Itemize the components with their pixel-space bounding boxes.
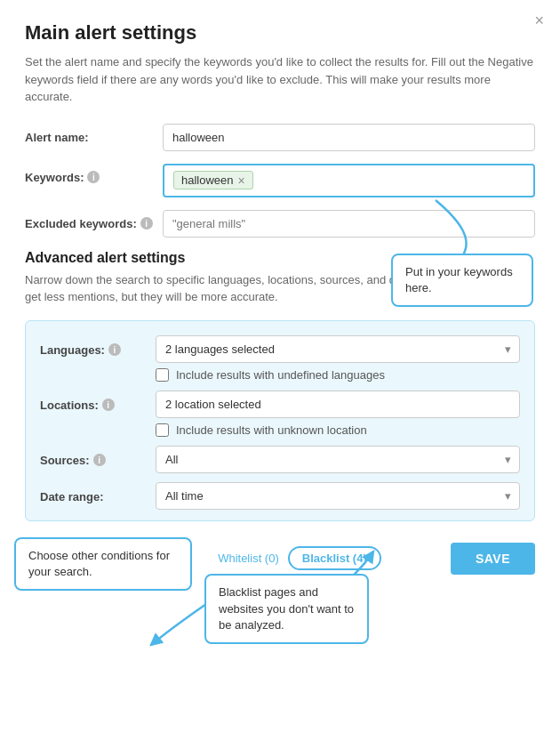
excluded-keywords-row: Excluded keywords: i xyxy=(25,210,535,238)
alert-name-label: Alert name: xyxy=(25,124,163,144)
keywords-label: Keywords: i xyxy=(25,164,163,184)
sources-row: Sources: i All xyxy=(40,446,520,473)
date-range-row: Date range: All time xyxy=(40,482,520,510)
save-button[interactable]: SAVE xyxy=(451,543,535,575)
modal-container: × Main alert settings Set the alert name… xyxy=(0,0,560,733)
keyword-tag-text: halloween xyxy=(181,173,234,187)
keywords-input-box[interactable]: halloween × xyxy=(163,164,535,197)
locations-controls: 2 location selected Include results with… xyxy=(156,391,520,437)
keyword-tag-halloween: halloween × xyxy=(173,171,253,189)
keywords-info-icon[interactable]: i xyxy=(87,171,100,183)
languages-select[interactable]: 2 languages selected xyxy=(156,335,520,363)
locations-info-icon[interactable]: i xyxy=(102,399,115,411)
sources-label: Sources: i xyxy=(40,446,156,467)
modal-description: Set the alert name and specify the keywo… xyxy=(25,53,535,106)
include-undefined-label: Include results with undefined languages xyxy=(176,368,385,382)
whitelist-blacklist-group: Whitelist (0) Blacklist (4) xyxy=(218,546,381,570)
alert-name-input[interactable] xyxy=(163,124,535,151)
advanced-settings-box: Languages: i 2 languages selected Includ… xyxy=(25,320,535,521)
location-display[interactable]: 2 location selected xyxy=(156,391,520,418)
locations-label: Locations: i xyxy=(40,391,156,412)
date-range-select-wrapper: All time xyxy=(156,482,520,510)
sources-info-icon[interactable]: i xyxy=(93,454,106,466)
sources-controls: All xyxy=(156,446,520,473)
languages-row: Languages: i 2 languages selected Includ… xyxy=(40,335,520,382)
sources-select-wrapper: All xyxy=(156,446,520,473)
alert-name-row: Alert name: xyxy=(25,124,535,151)
include-undefined-checkbox[interactable] xyxy=(156,368,169,382)
whitelist-link[interactable]: Whitelist (0) xyxy=(218,552,279,565)
include-unknown-row: Include results with unknown location xyxy=(156,423,520,437)
languages-select-wrapper: 2 languages selected xyxy=(156,335,520,363)
languages-label: Languages: i xyxy=(40,335,156,357)
tooltip-conditions: Choose other conditions for your search. xyxy=(14,537,192,591)
tooltip-keywords: Put in your keywords here. xyxy=(391,254,533,307)
include-unknown-checkbox[interactable] xyxy=(156,423,169,437)
excluded-keywords-input[interactable] xyxy=(163,210,535,238)
modal-title: Main alert settings xyxy=(25,21,535,44)
date-range-select[interactable]: All time xyxy=(156,482,520,510)
keyword-tag-remove-button[interactable]: × xyxy=(238,174,245,187)
excluded-info-icon[interactable]: i xyxy=(140,217,153,230)
date-range-controls: All time xyxy=(156,482,520,510)
languages-info-icon[interactable]: i xyxy=(108,343,121,356)
blacklist-button[interactable]: Blacklist (4) xyxy=(288,546,381,570)
include-unknown-label: Include results with unknown location xyxy=(176,423,367,437)
locations-row: Locations: i 2 location selected Include… xyxy=(40,391,520,437)
excluded-keywords-label: Excluded keywords: i xyxy=(25,210,163,230)
close-button[interactable]: × xyxy=(534,12,544,28)
include-undefined-row: Include results with undefined languages xyxy=(156,368,520,382)
date-range-label: Date range: xyxy=(40,482,156,503)
languages-controls: 2 languages selected Include results wit… xyxy=(156,335,520,382)
tooltip-blacklist: Blacklist pages and websites you don't w… xyxy=(204,574,369,644)
keywords-row: Keywords: i halloween × xyxy=(25,164,535,197)
sources-select[interactable]: All xyxy=(156,446,520,473)
